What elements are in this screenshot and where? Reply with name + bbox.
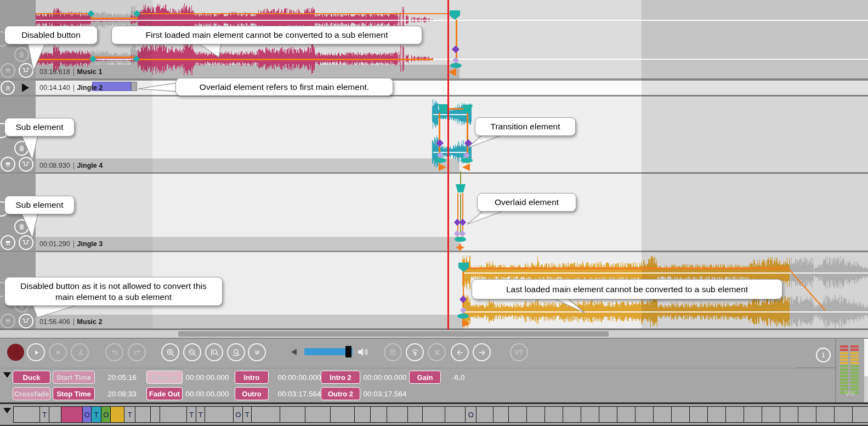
track1-to-sub-element-button[interactable] bbox=[1, 63, 15, 78]
prop-button-start-time[interactable]: Start Time bbox=[53, 371, 95, 384]
timeline-cell[interactable] bbox=[725, 406, 745, 423]
horizontal-scrollbar[interactable] bbox=[0, 330, 868, 338]
vertical-scrollbar-thumb[interactable] bbox=[864, 339, 868, 376]
add-element-button[interactable] bbox=[71, 343, 89, 361]
timeline-cell[interactable] bbox=[834, 406, 853, 423]
cue-lens-marker[interactable] bbox=[461, 158, 473, 163]
info-button[interactable] bbox=[816, 348, 831, 362]
horizontal-scrollbar-thumb[interactable] bbox=[178, 331, 609, 337]
prop-button-gain[interactable]: Gain bbox=[409, 371, 441, 384]
clear-all-button[interactable] bbox=[406, 343, 424, 361]
timeline-cell[interactable] bbox=[476, 406, 494, 423]
timeline-cell[interactable] bbox=[508, 406, 527, 423]
timeline-cell[interactable]: O bbox=[465, 406, 477, 423]
volume-envelope[interactable] bbox=[36, 59, 90, 60]
timeline-cell[interactable] bbox=[707, 406, 727, 423]
prop-button-intro[interactable]: Intro bbox=[235, 371, 269, 384]
zoom-in-button[interactable] bbox=[161, 343, 179, 361]
zoom-fit-button[interactable] bbox=[227, 343, 245, 361]
volume-envelope[interactable] bbox=[137, 13, 453, 15]
timeline-cell[interactable] bbox=[544, 406, 564, 423]
timeline-cell[interactable] bbox=[280, 406, 306, 423]
prop-button-stop-time[interactable]: Stop Time bbox=[53, 387, 95, 400]
collapse-all-button[interactable] bbox=[248, 343, 266, 361]
timeline-cell[interactable] bbox=[744, 406, 763, 423]
prop-button-outro[interactable]: Outro bbox=[235, 387, 269, 400]
timeline-cell[interactable]: T bbox=[39, 406, 50, 423]
prop-button-duck[interactable]: Duck bbox=[13, 371, 50, 384]
prop-button-fade-in[interactable]: Fade In bbox=[146, 371, 183, 384]
timeline-cell[interactable]: O bbox=[101, 406, 111, 423]
track3-duck-button[interactable] bbox=[19, 157, 33, 172]
track5-to-sub-element-button[interactable] bbox=[1, 314, 15, 328]
next-element-button[interactable] bbox=[473, 343, 491, 361]
timeline-cell[interactable] bbox=[13, 406, 41, 423]
track5-duck-button[interactable] bbox=[19, 314, 33, 328]
timeline-cell[interactable] bbox=[780, 406, 799, 423]
timeline-cell[interactable] bbox=[160, 406, 188, 423]
timeline-cell[interactable] bbox=[445, 406, 466, 423]
track4-duck-button[interactable] bbox=[19, 235, 33, 250]
play-button[interactable] bbox=[27, 343, 45, 361]
strip-collapse-toggle[interactable] bbox=[3, 408, 11, 413]
zoom-playhead-button[interactable] bbox=[205, 343, 223, 361]
timeline-cell[interactable] bbox=[251, 406, 281, 423]
cue-lens-marker[interactable] bbox=[434, 158, 446, 163]
timeline-cell[interactable]: T bbox=[242, 406, 252, 423]
volume-envelope[interactable] bbox=[91, 18, 137, 19]
timeline-cell[interactable] bbox=[493, 406, 509, 423]
save-button[interactable] bbox=[384, 343, 402, 361]
timeline-cell[interactable]: T bbox=[196, 406, 206, 423]
timeline-cell[interactable] bbox=[205, 406, 234, 423]
timeline-cell[interactable] bbox=[689, 406, 708, 423]
timeline-cell[interactable] bbox=[617, 406, 636, 423]
timeline-cell[interactable]: T bbox=[91, 406, 102, 423]
timeline-cell[interactable] bbox=[110, 406, 125, 423]
timeline-cell[interactable] bbox=[150, 406, 161, 423]
timeline-cell[interactable] bbox=[370, 406, 388, 423]
prop-button-fade-out[interactable]: Fade Out bbox=[146, 387, 183, 400]
timeline-cell[interactable] bbox=[762, 406, 781, 423]
timeline-cell[interactable] bbox=[354, 406, 371, 423]
timeline-cell[interactable] bbox=[852, 406, 868, 423]
timeline-cell[interactable] bbox=[526, 406, 546, 423]
stop-button[interactable] bbox=[49, 343, 67, 361]
speaker-icon[interactable] bbox=[356, 345, 371, 359]
track4-delete-button[interactable] bbox=[14, 219, 29, 234]
timeline-cell[interactable] bbox=[581, 406, 600, 423]
vertical-scrollbar[interactable] bbox=[864, 339, 868, 404]
cue-lens-marker[interactable] bbox=[457, 314, 469, 319]
record-button[interactable] bbox=[7, 344, 24, 361]
volume-envelope[interactable] bbox=[36, 13, 91, 15]
prop-button-outro-2[interactable]: Outro 2 bbox=[321, 387, 360, 400]
undo-button[interactable] bbox=[105, 343, 123, 361]
volume-envelope[interactable] bbox=[457, 193, 458, 237]
timeline-cell[interactable]: T bbox=[124, 406, 136, 423]
timeline-cell[interactable] bbox=[671, 406, 690, 423]
track4-to-sub-element-button[interactable] bbox=[1, 235, 15, 250]
timeline-cell[interactable] bbox=[407, 406, 423, 423]
timeline-cell[interactable] bbox=[599, 406, 618, 423]
track3-to-sub-element-button[interactable] bbox=[1, 157, 15, 172]
previous-element-button[interactable] bbox=[451, 343, 469, 361]
timeline-cell[interactable] bbox=[330, 406, 355, 423]
track2-collapse-button[interactable] bbox=[1, 81, 15, 95]
cue-lens-marker[interactable] bbox=[455, 237, 466, 242]
timeline-cell[interactable] bbox=[61, 406, 83, 423]
redo-button[interactable] bbox=[128, 343, 146, 361]
overlaid-element-handle[interactable] bbox=[131, 82, 137, 91]
track1-delete-button[interactable] bbox=[14, 47, 29, 62]
timeline-cell[interactable] bbox=[422, 406, 446, 423]
volume-envelope[interactable] bbox=[463, 268, 788, 269]
vt-button[interactable]: VT bbox=[510, 343, 528, 361]
cue-lens-marker[interactable] bbox=[450, 63, 462, 68]
volume-envelope[interactable] bbox=[136, 59, 433, 60]
close-button[interactable] bbox=[428, 343, 446, 361]
volume-envelope[interactable] bbox=[462, 193, 463, 237]
timeline-cell[interactable] bbox=[135, 406, 151, 423]
playhead[interactable] bbox=[447, 0, 449, 330]
track1-duck-button[interactable] bbox=[19, 63, 33, 78]
timeline-cell[interactable]: O bbox=[233, 406, 243, 423]
timeline-cell[interactable] bbox=[305, 406, 331, 423]
prop-button-crossfade[interactable]: Crossfade bbox=[13, 387, 50, 400]
